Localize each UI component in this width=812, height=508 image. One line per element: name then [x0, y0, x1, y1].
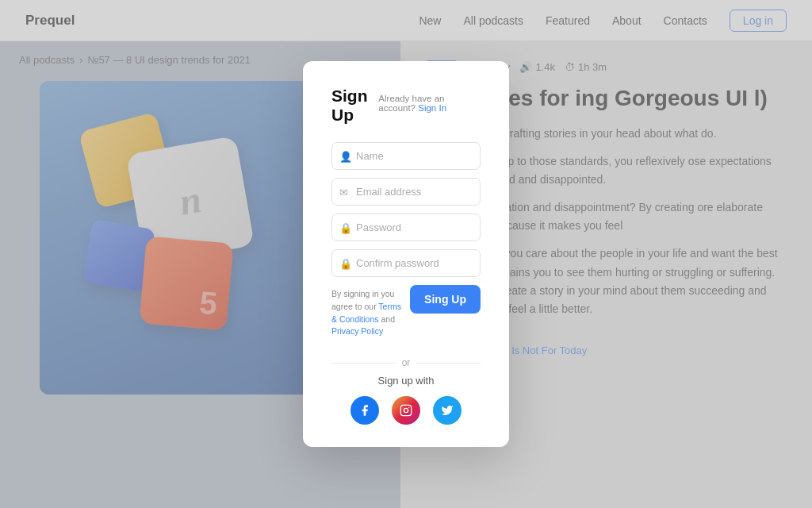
modal-overlay: Sign Up Already have an account? Sign In…	[0, 0, 812, 508]
twitter-icon	[441, 404, 454, 417]
envelope-icon: ✉	[339, 186, 348, 198]
confirm-password-input-group: 🔒	[331, 249, 481, 277]
signup-modal: Sign Up Already have an account? Sign In…	[303, 61, 509, 447]
divider-right	[416, 363, 481, 364]
instagram-icon	[400, 404, 412, 417]
svg-rect-0	[400, 405, 411, 415]
name-input[interactable]	[331, 142, 481, 170]
privacy-link[interactable]: Privacy Policy	[331, 326, 383, 336]
or-text: or	[402, 357, 411, 368]
email-input[interactable]	[331, 178, 481, 206]
confirm-password-input[interactable]	[331, 249, 481, 277]
divider-left	[331, 363, 396, 364]
modal-title: Sign Up	[331, 87, 378, 125]
instagram-button[interactable]	[392, 396, 420, 425]
twitter-button[interactable]	[433, 396, 462, 425]
modal-header: Sign Up Already have an account? Sign In	[331, 87, 481, 125]
signup-button[interactable]: Sing Up	[410, 285, 481, 314]
lock-icon: 🔒	[339, 221, 352, 233]
password-input[interactable]	[331, 214, 481, 241]
signin-link[interactable]: Sign In	[418, 103, 446, 113]
facebook-button[interactable]	[350, 396, 379, 425]
bottom-row: By signing in you agree to our Terms & C…	[331, 285, 481, 346]
password-input-group: 🔒	[331, 214, 481, 241]
svg-point-1	[404, 408, 408, 412]
terms-text: By signing in you agree to our Terms & C…	[331, 288, 404, 338]
social-label: Sign up with	[331, 375, 481, 387]
svg-point-2	[408, 407, 409, 408]
name-input-group: 👤	[331, 142, 481, 170]
modal-signin-prompt: Already have an account? Sign In	[378, 94, 481, 113]
lock-confirm-icon: 🔒	[339, 257, 352, 269]
divider: or	[331, 357, 481, 368]
facebook-icon	[358, 404, 371, 417]
social-icons	[331, 396, 481, 425]
person-icon: 👤	[339, 150, 352, 162]
email-input-group: ✉	[331, 178, 481, 206]
